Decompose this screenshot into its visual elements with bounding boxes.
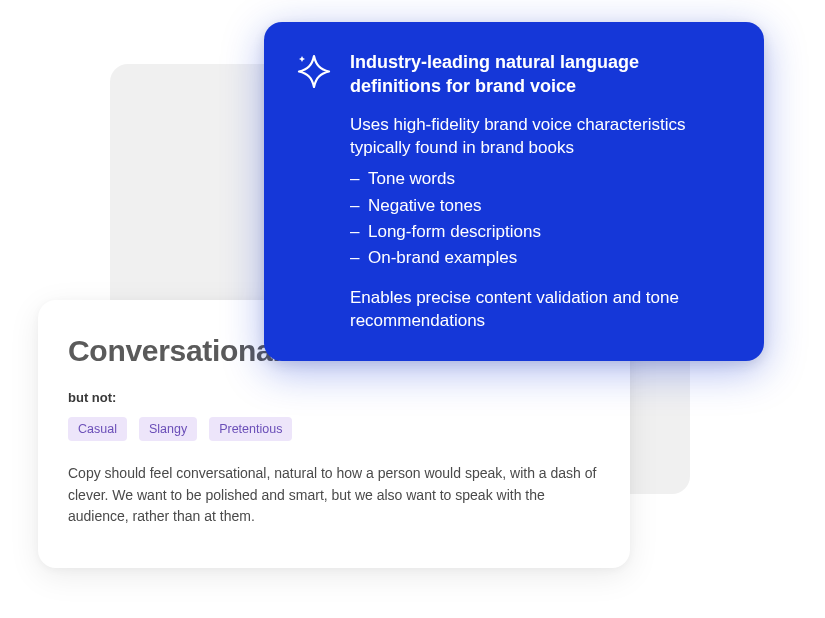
feature-callout-content: Industry-leading natural language defini… <box>350 50 732 333</box>
callout-bullet: Negative tones <box>350 193 732 219</box>
callout-heading: Industry-leading natural language defini… <box>350 50 732 99</box>
callout-bullet: Tone words <box>350 166 732 192</box>
callout-subheading: Uses high-fidelity brand voice character… <box>350 113 732 161</box>
callout-bullet: On-brand examples <box>350 245 732 271</box>
voice-description: Copy should feel conversational, natural… <box>68 463 600 528</box>
tone-tag: Casual <box>68 417 127 441</box>
negative-tone-tags: Casual Slangy Pretentious <box>68 417 600 441</box>
callout-bullet: Long-form descriptions <box>350 219 732 245</box>
callout-bullet-list: Tone words Negative tones Long-form desc… <box>350 166 732 271</box>
feature-callout-card: Industry-leading natural language defini… <box>264 22 764 361</box>
tone-tag: Slangy <box>139 417 197 441</box>
callout-footer: Enables precise content validation and t… <box>350 286 732 334</box>
tone-tag: Pretentious <box>209 417 292 441</box>
sparkle-icon <box>296 52 332 88</box>
but-not-label: but not: <box>68 390 600 405</box>
